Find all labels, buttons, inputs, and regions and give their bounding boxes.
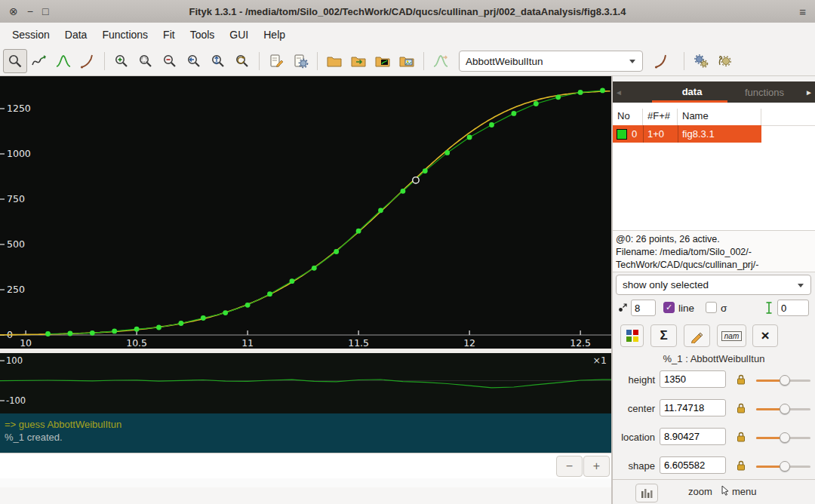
open-data-button[interactable] bbox=[346, 49, 371, 73]
auxiliary-plot[interactable]: 100-100×1 bbox=[0, 353, 611, 413]
dataset-color-swatch[interactable] bbox=[617, 129, 627, 140]
colors-button[interactable] bbox=[620, 324, 644, 347]
rename-glyph: nam bbox=[721, 331, 742, 341]
mode-add-peak-button[interactable] bbox=[51, 49, 75, 73]
info-line: TechWork/CAD/qucs/cullinan_prj/- bbox=[616, 259, 815, 272]
svg-text:11: 11 bbox=[241, 337, 254, 349]
info-line: Filename: /media/tom/Silo_002/- bbox=[616, 246, 815, 259]
param-shape-input[interactable] bbox=[660, 456, 726, 474]
rename-button[interactable]: nam bbox=[717, 324, 746, 347]
display-controls: ✓ line σ bbox=[613, 298, 815, 321]
zoom-out-button[interactable] bbox=[158, 49, 182, 73]
param-row-center: center bbox=[613, 398, 815, 420]
svg-text:10.5: 10.5 bbox=[126, 337, 147, 349]
sigma-label: σ bbox=[721, 303, 727, 314]
sidebar: ◄ data functions ► No #F+# Name 0 1+0 fi… bbox=[613, 76, 815, 504]
edit-function-button[interactable] bbox=[684, 324, 710, 347]
close-glyph: × bbox=[761, 327, 769, 344]
param-location-slider[interactable] bbox=[756, 431, 810, 444]
line-checkbox[interactable]: ✓ bbox=[663, 302, 675, 313]
tab-scroll-left-icon[interactable]: ◄ bbox=[613, 88, 625, 97]
function-selector[interactable]: AbbottWeibulItun bbox=[459, 51, 643, 72]
command-input[interactable] bbox=[3, 456, 549, 476]
dataset-row[interactable]: 0 1+0 fig8.3.1 bbox=[613, 125, 761, 143]
svg-text:12.5: 12.5 bbox=[570, 337, 591, 349]
show-filter-value: show only selected bbox=[623, 279, 709, 290]
menu-functions[interactable]: Functions bbox=[94, 23, 155, 47]
main-plot[interactable]: 0250500750100012501010.51111.51212.5 bbox=[0, 76, 611, 349]
param-height-input[interactable] bbox=[660, 370, 726, 388]
info-line: @0: 26 points, 26 active. bbox=[616, 233, 815, 246]
dataset-no: 0 bbox=[630, 125, 644, 143]
menu-gui[interactable]: GUI bbox=[222, 23, 256, 47]
menu-data[interactable]: Data bbox=[57, 23, 95, 47]
param-label: shape bbox=[613, 460, 655, 472]
mode-zoom-button[interactable] bbox=[3, 49, 27, 73]
aux-config-button[interactable] bbox=[635, 484, 658, 502]
param-location-input[interactable] bbox=[660, 428, 726, 445]
lock-icon[interactable] bbox=[736, 431, 746, 445]
grow-input-button[interactable]: + bbox=[583, 456, 610, 477]
guess-peak-button[interactable] bbox=[429, 49, 453, 73]
open-session-button[interactable] bbox=[322, 49, 346, 73]
tab-data[interactable]: data bbox=[658, 86, 726, 97]
column-name: Name bbox=[678, 109, 761, 125]
show-filter-dropdown[interactable]: show only selected bbox=[616, 275, 811, 295]
zoom-previous-button[interactable] bbox=[230, 49, 254, 73]
menu-fit[interactable]: Fit bbox=[155, 23, 183, 47]
svg-text:10: 10 bbox=[20, 337, 32, 349]
svg-text:12: 12 bbox=[463, 337, 475, 349]
param-center-input[interactable] bbox=[660, 399, 726, 416]
run-fit-button[interactable] bbox=[689, 49, 713, 73]
zoom-vertical-button[interactable] bbox=[206, 49, 230, 73]
status-bar bbox=[0, 487, 611, 504]
execute-script-button[interactable] bbox=[288, 49, 312, 73]
mode-range-button[interactable] bbox=[27, 49, 51, 73]
sigma-checkbox[interactable] bbox=[706, 302, 717, 313]
zoom-left-button[interactable] bbox=[182, 49, 206, 73]
lock-icon[interactable] bbox=[736, 459, 746, 474]
column-no: No bbox=[613, 109, 643, 125]
zoom-in-button[interactable] bbox=[109, 49, 134, 73]
menu-session[interactable]: Session bbox=[5, 23, 57, 47]
param-row-height: height bbox=[613, 369, 815, 392]
shrink-input-button[interactable]: − bbox=[556, 456, 583, 477]
undo-fit-button[interactable] bbox=[713, 49, 737, 73]
param-height-slider[interactable] bbox=[756, 373, 810, 387]
save-session-button[interactable] bbox=[371, 49, 395, 73]
tab-scroll-right-icon[interactable]: ► bbox=[803, 88, 815, 97]
function-selector-value: AbbottWeibulItun bbox=[466, 56, 543, 67]
lock-icon[interactable] bbox=[736, 373, 746, 388]
svg-text:250: 250 bbox=[7, 284, 25, 295]
param-label: location bbox=[613, 432, 655, 443]
console-line: %_1 created. bbox=[5, 431, 611, 444]
tab-functions[interactable]: functions bbox=[732, 87, 797, 98]
edit-script-button[interactable] bbox=[264, 49, 288, 73]
svg-text:11.5: 11.5 bbox=[348, 337, 369, 349]
apply-function-button[interactable] bbox=[649, 49, 673, 73]
point-size-input[interactable] bbox=[631, 300, 656, 316]
console-output: => guess AbbottWeibulItun%_1 created. bbox=[0, 413, 611, 453]
svg-text:1250: 1250 bbox=[7, 103, 31, 114]
delete-button[interactable]: × bbox=[752, 324, 778, 347]
horizontal-scrollbar[interactable] bbox=[0, 478, 611, 487]
lock-icon[interactable] bbox=[736, 402, 746, 416]
menu-bar: Session Data Functions Fit Tools GUI Hel… bbox=[0, 23, 815, 47]
param-shape-slider[interactable] bbox=[756, 459, 810, 473]
command-row: − + bbox=[0, 453, 611, 478]
console-line: => guess AbbottWeibulItun bbox=[5, 418, 611, 431]
param-center-slider[interactable] bbox=[756, 402, 810, 416]
menu-tools[interactable]: Tools bbox=[183, 23, 223, 47]
param-label: height bbox=[613, 374, 655, 386]
hamburger-icon[interactable]: ≡ bbox=[799, 5, 806, 18]
window-title: Fityk 1.3.1 - /media/tom/Silo_002/TechWo… bbox=[0, 6, 815, 17]
mode-activate-button[interactable] bbox=[75, 49, 100, 73]
column-spare bbox=[761, 109, 815, 125]
menu-label[interactable]: menu bbox=[732, 486, 757, 497]
save-image-button[interactable] bbox=[395, 49, 419, 73]
point-size-icon bbox=[617, 303, 628, 315]
menu-help[interactable]: Help bbox=[256, 23, 293, 47]
zoom-region-button[interactable] bbox=[134, 49, 158, 73]
errorbar-size-input[interactable] bbox=[777, 300, 809, 316]
sum-button[interactable]: Σ bbox=[650, 324, 677, 347]
